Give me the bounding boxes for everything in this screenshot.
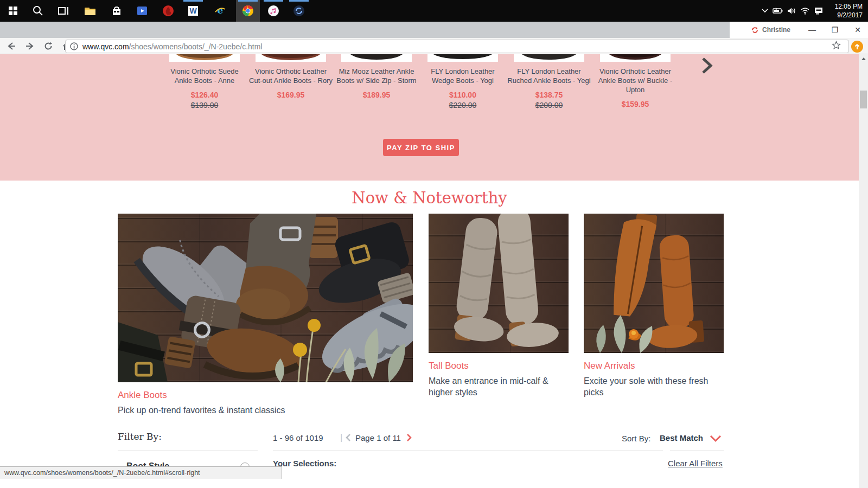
start-button-icon[interactable] (1, 0, 25, 22)
scrollbar[interactable] (859, 54, 868, 488)
filter-by-label: Filter By: (118, 431, 162, 442)
new-arrivals-image[interactable] (584, 214, 724, 353)
ankle-boots-image[interactable] (118, 214, 413, 382)
product-price: $169.95 (247, 91, 334, 99)
results-count: 1 - 96 of 1019 (273, 433, 323, 442)
pay-zip-to-ship-button[interactable]: PAY ZIP TO SHIP (383, 139, 459, 156)
product-image (341, 54, 412, 62)
scroll-up-icon[interactable] (859, 54, 868, 63)
product-card[interactable]: Vionic Orthotic Suede Ankle Boots - Anne… (161, 54, 248, 110)
product-card[interactable]: FLY London Leather Ruched Ankle Boots - … (506, 54, 592, 110)
wifi-icon[interactable] (800, 5, 810, 16)
extension-button-icon[interactable] (851, 41, 863, 53)
product-card[interactable]: Vionic Orthotic Leather Ankle Boots w/ B… (592, 54, 679, 108)
clock-time: 12:05 PM (824, 2, 863, 11)
file-explorer-icon[interactable] (78, 0, 102, 22)
movies-tv-icon[interactable] (130, 0, 154, 22)
close-button[interactable]: ✕ (848, 22, 867, 38)
bookmark-star-icon[interactable] (832, 41, 841, 52)
notifications-icon[interactable] (813, 5, 824, 16)
promo-subtitle: Make an entrance in mid-calf & higher st… (429, 375, 563, 398)
fire-app-icon[interactable] (156, 0, 180, 22)
address-bar[interactable]: www.qvc.com/shoes/womens/boots/_/N-2uebe… (65, 40, 849, 53)
product-title[interactable]: Miz Mooz Leather Ankle Boots w/ Side Zip… (333, 67, 420, 85)
tray-chevron-icon[interactable] (760, 5, 770, 16)
promo-title-link[interactable]: Ankle Boots (118, 390, 413, 401)
product-old-price: $200.00 (506, 101, 592, 110)
promo-title-link[interactable]: New Arrivals (584, 361, 724, 371)
divider (273, 451, 663, 451)
product-card[interactable]: Vionic Orthotic Leather Cut-out Ankle Bo… (247, 54, 334, 99)
restore-button[interactable]: ❐ (826, 22, 844, 38)
url-text: www.qvc.com/shoes/womens/boots/_/N-2uebe… (82, 42, 262, 51)
product-price: $159.95 (592, 100, 679, 108)
product-card[interactable]: FLY London Leather Wedge Boots - Yogi $1… (419, 54, 506, 110)
status-url: www.qvc.com/shoes/womens/boots/_/N-2uebe… (4, 469, 200, 477)
sort-chevron-down-icon[interactable] (710, 435, 716, 441)
product-price: $126.40 (161, 91, 248, 99)
promo-subtitle: Excite your sole with these fresh picks (584, 375, 718, 398)
section-title: Now & Noteworthy (0, 189, 859, 207)
tab-strip (0, 22, 868, 38)
clock-date: 9/2/2017 (824, 11, 863, 20)
page-indicator: Page 1 of 11 (355, 433, 401, 442)
sort-by-label: Sort By: (622, 434, 650, 443)
svg-text:e: e (218, 5, 224, 16)
carousel-next-icon[interactable] (700, 57, 714, 74)
clear-all-filters-link[interactable]: Clear All Filters (668, 459, 723, 468)
product-title[interactable]: Vionic Orthotic Leather Cut-out Ankle Bo… (247, 67, 334, 85)
product-old-price: $220.00 (419, 101, 506, 110)
sync-app-icon[interactable] (287, 0, 311, 22)
product-image (514, 54, 584, 62)
page-info-icon[interactable] (70, 42, 78, 50)
url-host: www.qvc.com (82, 42, 129, 51)
product-image (600, 54, 671, 62)
profile-name: Christine (762, 26, 790, 34)
system-clock[interactable]: 12:05 PM 9/2/2017 (824, 2, 863, 20)
search-icon[interactable] (26, 0, 50, 22)
product-image (427, 54, 498, 62)
task-view-icon[interactable] (51, 0, 75, 22)
product-image (169, 54, 240, 62)
tall-boots-image[interactable] (429, 214, 569, 353)
pagination-divider: | (340, 432, 342, 443)
forward-icon[interactable] (23, 39, 37, 53)
product-image (256, 54, 326, 62)
itunes-icon[interactable] (261, 0, 285, 22)
sync-error-icon (751, 26, 759, 34)
product-card[interactable]: Miz Mooz Leather Ankle Boots w/ Side Zip… (333, 54, 420, 99)
divider (118, 451, 258, 451)
store-icon[interactable] (105, 0, 129, 22)
battery-icon[interactable] (773, 5, 783, 16)
sort-dropdown[interactable]: Best Match (660, 433, 703, 442)
promo-title-link[interactable]: Tall Boots (429, 361, 569, 371)
product-price: $189.95 (333, 91, 420, 99)
back-icon[interactable] (4, 39, 18, 53)
screen: W e (0, 0, 868, 488)
volume-icon[interactable] (787, 5, 797, 16)
page-prev-icon[interactable] (345, 434, 352, 440)
windows-taskbar: W e (0, 0, 868, 22)
product-price: $110.00 (419, 91, 506, 99)
internet-explorer-icon[interactable]: e (208, 0, 232, 22)
product-title[interactable]: Vionic Orthotic Suede Ankle Boots - Anne (161, 67, 248, 85)
word-icon[interactable]: W (181, 0, 205, 22)
page-next-icon[interactable] (406, 434, 412, 440)
product-title[interactable]: Vionic Orthotic Leather Ankle Boots w/ B… (592, 67, 679, 94)
product-title[interactable]: FLY London Leather Ruched Ankle Boots - … (506, 67, 592, 85)
promo-new-arrivals[interactable]: New Arrivals Excite your sole with these… (584, 214, 724, 398)
product-title[interactable]: FLY London Leather Wedge Boots - Yogi (419, 67, 506, 85)
divider (670, 451, 724, 451)
promo-subtitle: Pick up on-trend favorites & instant cla… (118, 404, 413, 416)
reload-icon[interactable] (41, 39, 55, 53)
profile-chip[interactable]: Christine (751, 22, 790, 38)
minimize-button[interactable]: — (803, 22, 821, 38)
promo-ankle-boots[interactable]: Ankle Boots Pick up on-trend favorites &… (118, 214, 413, 416)
scrollbar-thumb[interactable] (860, 91, 867, 108)
promo-tall-boots[interactable]: Tall Boots Make an entrance in mid-calf … (429, 214, 569, 398)
svg-text:W: W (189, 7, 197, 15)
product-old-price: $139.00 (161, 101, 248, 110)
chrome-icon[interactable] (236, 0, 260, 22)
url-path: /shoes/womens/boots/_/N-2uebe/c.html (129, 42, 263, 51)
status-bar: www.qvc.com/shoes/womens/boots/_/N-2uebe… (0, 466, 282, 479)
